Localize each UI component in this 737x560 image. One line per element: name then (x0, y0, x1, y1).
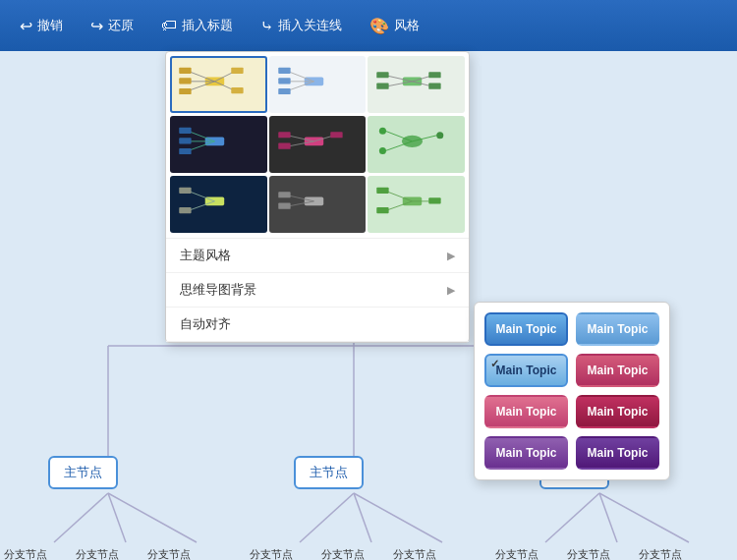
insert-label-button[interactable]: 🏷 插入标题 (149, 11, 245, 40)
svg-line-6 (545, 493, 599, 542)
theme-style-item[interactable]: 主题风格 ▶ (166, 239, 469, 273)
node-b2[interactable]: 分支节点 (76, 547, 119, 560)
style-btn-sb4[interactable]: Main Topic (576, 354, 659, 387)
svg-rect-20 (179, 88, 191, 94)
thumb-6[interactable] (368, 116, 465, 173)
style-btn-sb2[interactable]: Main Topic (576, 312, 659, 346)
thumbnail-grid[interactable] (166, 52, 469, 239)
node-b4[interactable]: 分支节点 (250, 547, 293, 560)
svg-rect-36 (377, 84, 389, 89)
svg-rect-30 (278, 78, 290, 84)
svg-rect-65 (179, 188, 191, 194)
thumb-8[interactable] (269, 176, 367, 233)
svg-line-28 (287, 82, 313, 91)
theme-style-label: 主题风格 (180, 247, 231, 264)
svg-rect-23 (231, 68, 243, 74)
svg-rect-40 (429, 84, 441, 89)
svg-rect-47 (179, 148, 191, 154)
svg-line-8 (599, 493, 689, 542)
thumb-3[interactable] (368, 56, 465, 113)
svg-line-5 (354, 493, 442, 542)
thumb-9[interactable] (368, 176, 465, 233)
svg-line-15 (188, 71, 214, 82)
svg-line-73 (385, 191, 412, 201)
svg-rect-75 (377, 188, 389, 194)
dropdown-panel: 主题风格 ▶ 思维导图背景 ▶ 自动对齐 (165, 51, 470, 343)
svg-line-74 (385, 201, 412, 211)
redo-label: 还原 (108, 17, 134, 34)
toolbar: ↩ 撤销 ↪ 还原 🏷 插入标题 ⤷ 插入关连线 🎨 风格 (0, 0, 737, 51)
bg-arrow: ▶ (447, 284, 455, 297)
style-button[interactable]: 🎨 风格 (358, 11, 431, 41)
node-n2[interactable]: 主节点 (294, 456, 364, 489)
node-b3[interactable]: 分支节点 (147, 547, 191, 560)
svg-rect-24 (231, 87, 243, 93)
style-btn-sb8[interactable]: Main Topic (576, 436, 659, 470)
undo-icon: ↩ (20, 17, 32, 35)
svg-rect-54 (330, 132, 342, 138)
svg-rect-39 (429, 72, 441, 78)
svg-line-7 (599, 493, 617, 542)
svg-line-3 (300, 493, 354, 542)
auto-align-label: 自动对齐 (180, 315, 231, 333)
thumb-5[interactable] (269, 116, 367, 173)
insert-link-text: 插入关连线 (278, 17, 342, 34)
svg-line-63 (188, 191, 214, 201)
redo-icon: ↪ (90, 17, 103, 35)
style-btn-sb5[interactable]: Main Topic (484, 395, 568, 428)
style-icon: 🎨 (369, 17, 389, 35)
svg-rect-71 (278, 203, 290, 209)
svg-point-61 (437, 132, 444, 139)
node-b7[interactable]: 分支节点 (495, 547, 539, 560)
auto-align-item[interactable]: 自动对齐 (166, 308, 469, 342)
canvas-area: 主节点主节点主节点分支节点分支节点分支节点分支节点分支节点分支节点分支节点分支节… (0, 51, 737, 560)
svg-line-0 (54, 493, 108, 542)
undo-label: 撤销 (37, 17, 63, 34)
link-icon: ⤷ (260, 17, 273, 35)
style-panel: Main TopicMain TopicMain TopicMain Topic… (474, 302, 670, 480)
svg-rect-51 (278, 132, 290, 138)
svg-rect-66 (179, 207, 191, 213)
svg-rect-35 (377, 72, 389, 78)
node-n1[interactable]: 主节点 (48, 456, 118, 489)
node-b1[interactable]: 分支节点 (4, 547, 47, 560)
thumb-7[interactable] (170, 176, 267, 233)
redo-button[interactable]: ↪ 还原 (79, 11, 145, 41)
style-btn-sb3[interactable]: Main Topic (484, 354, 568, 387)
thumb-1[interactable] (170, 56, 267, 113)
svg-line-42 (188, 131, 214, 141)
svg-line-26 (287, 71, 313, 82)
label-icon: 🏷 (161, 17, 177, 34)
thumb-4[interactable] (170, 116, 267, 173)
svg-rect-31 (278, 88, 290, 94)
theme-style-arrow: ▶ (447, 250, 455, 262)
node-b5[interactable]: 分支节点 (321, 547, 365, 560)
svg-rect-18 (179, 68, 191, 74)
svg-line-4 (354, 493, 371, 542)
bg-label: 思维导图背景 (180, 281, 256, 299)
style-text: 风格 (394, 17, 420, 34)
insert-link-button[interactable]: ⤷ 插入关连线 (249, 11, 354, 41)
svg-rect-76 (377, 207, 389, 213)
svg-rect-46 (179, 138, 191, 143)
style-btn-sb1[interactable]: Main Topic (484, 312, 568, 346)
node-b9[interactable]: 分支节点 (639, 547, 682, 560)
svg-line-2 (108, 493, 197, 542)
svg-rect-29 (278, 68, 290, 74)
svg-rect-70 (278, 192, 290, 197)
svg-line-44 (188, 141, 214, 151)
node-b8[interactable]: 分支节点 (567, 547, 610, 560)
bg-item[interactable]: 思维导图背景 ▶ (166, 273, 469, 308)
svg-rect-19 (179, 78, 191, 84)
svg-line-64 (188, 201, 214, 211)
node-b6[interactable]: 分支节点 (393, 547, 436, 560)
svg-line-17 (188, 82, 214, 91)
thumb-2[interactable] (269, 56, 367, 113)
svg-point-59 (379, 147, 386, 154)
svg-rect-78 (429, 197, 441, 203)
svg-rect-52 (278, 143, 290, 149)
undo-button[interactable]: ↩ 撤销 (8, 11, 75, 41)
style-btn-sb7[interactable]: Main Topic (484, 436, 568, 470)
style-btn-sb6[interactable]: Main Topic (576, 395, 659, 428)
svg-line-1 (108, 493, 126, 542)
